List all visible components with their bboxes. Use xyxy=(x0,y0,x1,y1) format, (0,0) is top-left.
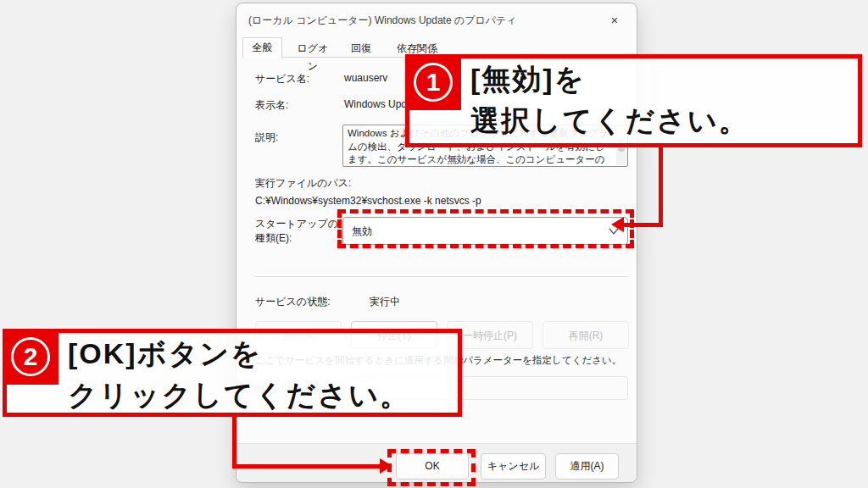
service-name-value: wuauserv xyxy=(344,72,387,84)
screenshot-stage: (ローカル コンピューター) Windows Update のプロパティ × 全… xyxy=(0,0,868,488)
step1-number: 1 xyxy=(414,63,453,102)
service-status-label: サービスの状態: xyxy=(255,295,330,309)
step2-badge: 2 xyxy=(3,329,58,385)
step2-arrowhead-icon xyxy=(380,458,392,474)
step1-arrowhead-icon xyxy=(611,217,624,232)
section-divider xyxy=(255,276,628,277)
step2-callout: 2 [OK]ボタンを クリックしてください。 xyxy=(3,329,462,417)
exe-path-value: C:¥Windows¥system32¥svchost.exe -k netsv… xyxy=(255,195,481,207)
dropdown-highlight-dashed-box xyxy=(337,209,634,248)
tab-logon[interactable]: ログオン xyxy=(287,40,339,58)
display-name-label: 表示名: xyxy=(255,98,288,113)
step2-text: [OK]ボタンを クリックしてください。 xyxy=(68,333,410,416)
step2-number: 2 xyxy=(11,337,50,376)
step1-arrow-vertical xyxy=(659,146,663,226)
dialog-title: (ローカル コンピューター) Windows Update のプロパティ xyxy=(248,14,517,28)
startup-type-label: スタートアップの 種類(E): xyxy=(255,217,338,246)
step1-arrow-horizontal xyxy=(623,223,663,227)
step1-callout: 1 [無効]を 選択してください。 xyxy=(405,54,862,147)
apply-button[interactable]: 適用(A) xyxy=(555,453,619,480)
service-name-label: サービス名: xyxy=(255,72,309,86)
tab-recovery[interactable]: 回復 xyxy=(341,40,381,58)
cancel-button[interactable]: キャンセル xyxy=(481,453,546,480)
resume-button: 再開(R) xyxy=(542,321,629,349)
service-status-value: 実行中 xyxy=(370,295,400,309)
close-icon[interactable]: × xyxy=(606,12,623,29)
description-label: 説明: xyxy=(255,130,278,145)
dialog-titlebar: (ローカル コンピューター) Windows Update のプロパティ × xyxy=(236,3,637,36)
step1-badge: 1 xyxy=(405,54,461,110)
step2-arrow-horizontal xyxy=(232,464,381,469)
step1-text: [無効]を 選択してください。 xyxy=(470,58,749,141)
ok-highlight-dashed-box xyxy=(387,449,476,486)
exe-path-label: 実行ファイルのパス: xyxy=(255,176,351,191)
step2-arrow-vertical xyxy=(232,415,236,468)
tab-general[interactable]: 全般 xyxy=(242,37,282,58)
